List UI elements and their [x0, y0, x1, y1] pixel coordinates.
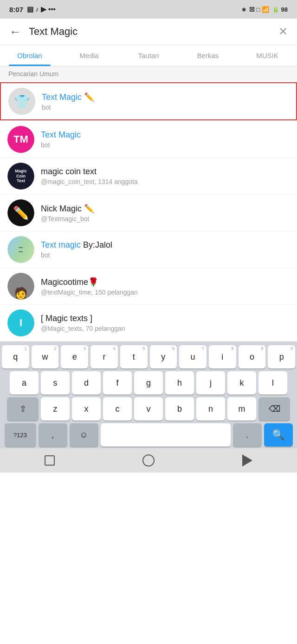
tab-musik[interactable]: MUSIK: [238, 45, 297, 66]
key-row-4: ?123 , ☺ . 🔍: [2, 423, 295, 447]
key-p[interactable]: p0: [268, 345, 295, 368]
key-d[interactable]: d: [72, 371, 101, 394]
tab-bar: Obrolan Media Tautan Berkas MUSIK: [0, 45, 297, 66]
key-g[interactable]: g: [134, 371, 163, 394]
status-right: ∗ ☒ □ 📶 🔋 98: [241, 6, 288, 13]
status-bar: 8:07 ▤ ♪ ▶ ••• ∗ ☒ □ 📶 🔋 98: [0, 0, 297, 19]
status-left: 8:07 ▤ ♪ ▶ •••: [9, 5, 56, 13]
search-input-wrap: [29, 26, 271, 38]
item-sub: @Textmagic_bot: [41, 215, 290, 223]
status-icons: ▤ ♪ ▶ •••: [27, 5, 56, 13]
status-time: 8:07: [9, 6, 23, 13]
avatar: ▪▪▪▪▪▪: [7, 236, 34, 263]
key-s[interactable]: s: [41, 371, 70, 394]
comma-key[interactable]: ,: [39, 423, 67, 447]
section-header: Pencarian Umum: [0, 66, 297, 81]
search-input[interactable]: [29, 26, 271, 38]
key-z[interactable]: z: [41, 397, 70, 421]
key-o[interactable]: o9: [239, 345, 266, 368]
key-b[interactable]: b: [165, 397, 194, 421]
nav-back-icon: [242, 454, 252, 467]
tab-tautan[interactable]: Tautan: [119, 45, 178, 66]
nav-bar: [0, 448, 297, 473]
item-sub: @magic_coin_text, 1314 anggota: [41, 178, 290, 185]
key-t[interactable]: t5: [120, 345, 148, 368]
shift-key[interactable]: ⇧: [7, 397, 39, 421]
key-row-2: a s d f g h j k l: [2, 371, 295, 394]
item-text: Nick Magic ✏️ @Textmagic_bot: [41, 204, 290, 223]
key-i[interactable]: i8: [209, 345, 236, 368]
list-item[interactable]: TM Text Magic bot: [0, 121, 297, 158]
signal-icons: ☒ □ 📶: [249, 6, 269, 13]
key-n[interactable]: n: [196, 397, 225, 421]
nav-back-button[interactable]: [240, 453, 254, 467]
key-e[interactable]: e3: [61, 345, 88, 368]
key-k[interactable]: k: [227, 371, 256, 394]
key-q[interactable]: q1: [2, 345, 29, 368]
back-button[interactable]: ←: [7, 24, 23, 39]
item-name: [ Magic texts ]: [41, 314, 290, 323]
item-sub: @Magic_texts, 70 pelanggan: [41, 325, 290, 332]
key-v[interactable]: v: [134, 397, 163, 421]
item-name: Magicootime🌹: [41, 277, 290, 287]
bluetooth-icon: ∗: [241, 6, 246, 13]
avatar: MagicCoinText: [7, 163, 34, 190]
list-item[interactable]: MagicCoinText magic coin text @magic_coi…: [0, 158, 297, 195]
list-item[interactable]: ✏️ Nick Magic ✏️ @Textmagic_bot: [0, 195, 297, 231]
item-text: Text magic By:Jalol bot: [41, 240, 290, 259]
item-text: magic coin text @magic_coin_text, 1314 a…: [41, 167, 290, 185]
item-sub: bot: [41, 251, 290, 259]
keyboard-rows: q1 w2 e3 r4 t5 y6 u7 i8 o9 p0 a s d f g …: [0, 342, 297, 448]
item-name: Text Magic: [41, 130, 290, 140]
list-item[interactable]: I [ Magic texts ] @Magic_texts, 70 pelan…: [0, 305, 297, 342]
battery-icon: 🔋 98: [272, 6, 288, 13]
item-sub: bot: [41, 141, 290, 149]
key-j[interactable]: j: [196, 371, 225, 394]
key-w[interactable]: w2: [32, 345, 59, 368]
item-name: magic coin text: [41, 167, 290, 177]
item-text: Text Magic bot: [41, 130, 290, 149]
key-c[interactable]: c: [103, 397, 132, 421]
key-m[interactable]: m: [227, 397, 256, 421]
key-f[interactable]: f: [103, 371, 132, 394]
tab-media[interactable]: Media: [59, 45, 119, 66]
nav-recents-button[interactable]: [43, 453, 57, 467]
key-l[interactable]: l: [258, 371, 287, 394]
symbols-key[interactable]: ?123: [5, 423, 36, 447]
delete-key[interactable]: ⌫: [258, 397, 290, 421]
list-item[interactable]: 🧑 Magicootime🌹 @textMagic_time, 150 pela…: [0, 268, 297, 305]
key-a[interactable]: a: [10, 371, 39, 394]
tab-berkas[interactable]: Berkas: [178, 45, 238, 66]
space-key[interactable]: [101, 423, 231, 447]
keyboard: q1 w2 e3 r4 t5 y6 u7 i8 o9 p0 a s d f g …: [0, 342, 297, 448]
item-text: Magicootime🌹 @textMagic_time, 150 pelang…: [41, 277, 290, 296]
period-key[interactable]: .: [233, 423, 262, 447]
key-row-3: ⇧ z x c v b n m ⌫: [2, 397, 295, 421]
key-y[interactable]: y6: [150, 345, 177, 368]
emoji-key[interactable]: ☺: [70, 423, 98, 447]
key-h[interactable]: h: [165, 371, 194, 394]
item-name: Nick Magic ✏️: [41, 204, 290, 214]
item-sub: @textMagic_time, 150 pelanggan: [41, 289, 290, 296]
avatar: 👕: [8, 88, 35, 115]
key-r[interactable]: r4: [90, 345, 118, 368]
avatar: 🧑: [7, 273, 34, 300]
list-item[interactable]: 👕 Text Magic ✏️ bot: [0, 82, 297, 120]
item-text: [ Magic texts ] @Magic_texts, 70 pelangg…: [41, 314, 290, 332]
tab-obrolan[interactable]: Obrolan: [0, 45, 59, 66]
clear-button[interactable]: ✕: [277, 23, 290, 40]
key-x[interactable]: x: [72, 397, 101, 421]
avatar: TM: [7, 126, 34, 153]
key-u[interactable]: u7: [179, 345, 207, 368]
nav-recents-icon: [45, 455, 55, 466]
avatar: I: [7, 309, 34, 336]
item-name: Text Magic ✏️: [42, 92, 289, 102]
search-header: ← ✕: [0, 19, 297, 45]
item-text: Text Magic ✏️ bot: [42, 92, 289, 111]
item-sub: bot: [42, 104, 289, 111]
search-key[interactable]: 🔍: [264, 423, 293, 447]
list-item[interactable]: ▪▪▪▪▪▪ Text magic By:Jalol bot: [0, 231, 297, 268]
nav-home-button[interactable]: [142, 453, 155, 467]
avatar: ✏️: [7, 199, 34, 226]
item-name: Text magic By:Jalol: [41, 240, 290, 250]
